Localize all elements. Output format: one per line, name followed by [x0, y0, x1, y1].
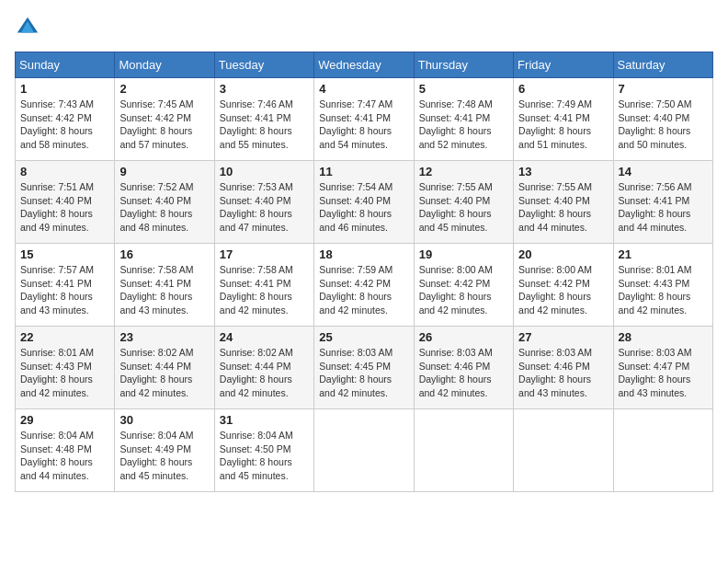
- day-number: 26: [419, 330, 508, 344]
- calendar-header-row: SundayMondayTuesdayWednesdayThursdayFrid…: [16, 52, 713, 78]
- calendar-table: SundayMondayTuesdayWednesdayThursdayFrid…: [15, 52, 713, 492]
- day-info: Sunrise: 8:03 AMSunset: 4:46 PMDaylight:…: [518, 347, 592, 398]
- calendar-day-7: 7 Sunrise: 7:50 AMSunset: 4:40 PMDayligh…: [613, 78, 712, 161]
- day-info: Sunrise: 7:51 AMSunset: 4:40 PMDaylight:…: [20, 181, 94, 233]
- day-info: Sunrise: 8:03 AMSunset: 4:47 PMDaylight:…: [619, 347, 692, 398]
- day-number: 12: [419, 165, 508, 178]
- day-info: Sunrise: 7:53 AMSunset: 4:40 PMDaylight:…: [220, 181, 293, 233]
- day-number: 3: [220, 82, 309, 96]
- day-info: Sunrise: 8:02 AMSunset: 4:44 PMDaylight:…: [220, 347, 293, 398]
- logo: [15, 15, 44, 40]
- calendar-day-28: 28 Sunrise: 8:03 AMSunset: 4:47 PMDaylig…: [613, 327, 712, 409]
- calendar-empty-cell: [314, 409, 414, 492]
- day-info: Sunrise: 8:03 AMSunset: 4:46 PMDaylight:…: [419, 347, 493, 398]
- logo-icon: [15, 15, 40, 40]
- calendar-empty-cell: [514, 409, 613, 492]
- day-info: Sunrise: 7:56 AMSunset: 4:41 PMDaylight:…: [619, 181, 692, 233]
- day-info: Sunrise: 8:04 AMSunset: 4:48 PMDaylight:…: [20, 430, 94, 481]
- day-info: Sunrise: 7:50 AMSunset: 4:40 PMDaylight:…: [619, 98, 692, 150]
- calendar-week-5: 29 Sunrise: 8:04 AMSunset: 4:48 PMDaylig…: [16, 409, 713, 492]
- calendar-day-5: 5 Sunrise: 7:48 AMSunset: 4:41 PMDayligh…: [414, 78, 513, 161]
- calendar-day-16: 16 Sunrise: 7:58 AMSunset: 4:41 PMDaylig…: [115, 244, 214, 327]
- calendar-day-21: 21 Sunrise: 8:01 AMSunset: 4:43 PMDaylig…: [613, 244, 712, 327]
- day-number: 7: [619, 82, 708, 96]
- calendar-header-tuesday: Tuesday: [214, 52, 313, 78]
- calendar-day-11: 11 Sunrise: 7:54 AMSunset: 4:40 PMDaylig…: [314, 161, 414, 244]
- calendar-day-17: 17 Sunrise: 7:58 AMSunset: 4:41 PMDaylig…: [214, 244, 313, 327]
- day-info: Sunrise: 7:47 AMSunset: 4:41 PMDaylight:…: [319, 98, 392, 150]
- calendar-day-18: 18 Sunrise: 7:59 AMSunset: 4:42 PMDaylig…: [314, 244, 414, 327]
- day-number: 13: [518, 165, 608, 178]
- calendar-day-29: 29 Sunrise: 8:04 AMSunset: 4:48 PMDaylig…: [16, 409, 115, 492]
- calendar-header-wednesday: Wednesday: [314, 52, 414, 78]
- day-info: Sunrise: 7:55 AMSunset: 4:40 PMDaylight:…: [518, 181, 592, 233]
- calendar-day-20: 20 Sunrise: 8:00 AMSunset: 4:42 PMDaylig…: [514, 244, 613, 327]
- day-number: 5: [419, 82, 508, 96]
- calendar-day-31: 31 Sunrise: 8:04 AMSunset: 4:50 PMDaylig…: [214, 409, 313, 492]
- calendar-day-27: 27 Sunrise: 8:03 AMSunset: 4:46 PMDaylig…: [514, 327, 613, 409]
- calendar-day-14: 14 Sunrise: 7:56 AMSunset: 4:41 PMDaylig…: [613, 161, 712, 244]
- calendar-day-10: 10 Sunrise: 7:53 AMSunset: 4:40 PMDaylig…: [214, 161, 313, 244]
- calendar-day-9: 9 Sunrise: 7:52 AMSunset: 4:40 PMDayligh…: [115, 161, 214, 244]
- calendar-day-25: 25 Sunrise: 8:03 AMSunset: 4:45 PMDaylig…: [314, 327, 414, 409]
- day-number: 9: [119, 165, 209, 178]
- day-info: Sunrise: 7:57 AMSunset: 4:41 PMDaylight:…: [20, 264, 94, 316]
- day-info: Sunrise: 7:46 AMSunset: 4:41 PMDaylight:…: [220, 98, 293, 150]
- day-info: Sunrise: 8:02 AMSunset: 4:44 PMDaylight:…: [119, 347, 193, 398]
- day-number: 23: [119, 330, 209, 344]
- calendar-header-sunday: Sunday: [16, 52, 115, 78]
- calendar-week-3: 15 Sunrise: 7:57 AMSunset: 4:41 PMDaylig…: [16, 244, 713, 327]
- day-info: Sunrise: 8:01 AMSunset: 4:43 PMDaylight:…: [20, 347, 94, 398]
- calendar-day-2: 2 Sunrise: 7:45 AMSunset: 4:42 PMDayligh…: [115, 78, 214, 161]
- calendar-day-30: 30 Sunrise: 8:04 AMSunset: 4:49 PMDaylig…: [115, 409, 214, 492]
- day-number: 6: [518, 82, 608, 96]
- calendar-header-monday: Monday: [115, 52, 214, 78]
- calendar-header-thursday: Thursday: [414, 52, 513, 78]
- day-info: Sunrise: 7:59 AMSunset: 4:42 PMDaylight:…: [319, 264, 392, 316]
- calendar-header-saturday: Saturday: [613, 52, 712, 78]
- day-number: 14: [619, 165, 708, 178]
- day-info: Sunrise: 7:54 AMSunset: 4:40 PMDaylight:…: [319, 181, 392, 233]
- calendar-day-3: 3 Sunrise: 7:46 AMSunset: 4:41 PMDayligh…: [214, 78, 313, 161]
- day-info: Sunrise: 8:04 AMSunset: 4:49 PMDaylight:…: [119, 430, 193, 481]
- day-number: 27: [518, 330, 608, 344]
- calendar-empty-cell: [414, 409, 513, 492]
- calendar-day-23: 23 Sunrise: 8:02 AMSunset: 4:44 PMDaylig…: [115, 327, 214, 409]
- day-number: 20: [518, 247, 608, 261]
- day-info: Sunrise: 8:03 AMSunset: 4:45 PMDaylight:…: [319, 347, 392, 398]
- calendar-empty-cell: [613, 409, 712, 492]
- day-number: 31: [220, 413, 309, 427]
- page-header: [15, 15, 713, 40]
- day-number: 24: [220, 330, 309, 344]
- calendar-week-2: 8 Sunrise: 7:51 AMSunset: 4:40 PMDayligh…: [16, 161, 713, 244]
- day-number: 21: [619, 247, 708, 261]
- calendar-week-4: 22 Sunrise: 8:01 AMSunset: 4:43 PMDaylig…: [16, 327, 713, 409]
- day-info: Sunrise: 8:04 AMSunset: 4:50 PMDaylight:…: [220, 430, 293, 481]
- calendar-day-12: 12 Sunrise: 7:55 AMSunset: 4:40 PMDaylig…: [414, 161, 513, 244]
- day-info: Sunrise: 8:00 AMSunset: 4:42 PMDaylight:…: [419, 264, 493, 316]
- day-number: 30: [119, 413, 209, 427]
- calendar-week-1: 1 Sunrise: 7:43 AMSunset: 4:42 PMDayligh…: [16, 78, 713, 161]
- calendar-day-15: 15 Sunrise: 7:57 AMSunset: 4:41 PMDaylig…: [16, 244, 115, 327]
- day-number: 2: [119, 82, 209, 96]
- calendar-day-13: 13 Sunrise: 7:55 AMSunset: 4:40 PMDaylig…: [514, 161, 613, 244]
- day-number: 15: [20, 247, 109, 261]
- day-number: 25: [319, 330, 408, 344]
- day-number: 16: [119, 247, 209, 261]
- day-info: Sunrise: 8:01 AMSunset: 4:43 PMDaylight:…: [619, 264, 692, 316]
- day-number: 18: [319, 247, 408, 261]
- calendar-header-friday: Friday: [514, 52, 613, 78]
- day-number: 29: [20, 413, 109, 427]
- calendar-day-19: 19 Sunrise: 8:00 AMSunset: 4:42 PMDaylig…: [414, 244, 513, 327]
- day-number: 28: [619, 330, 708, 344]
- day-info: Sunrise: 7:58 AMSunset: 4:41 PMDaylight:…: [220, 264, 293, 316]
- calendar-day-4: 4 Sunrise: 7:47 AMSunset: 4:41 PMDayligh…: [314, 78, 414, 161]
- day-info: Sunrise: 7:49 AMSunset: 4:41 PMDaylight:…: [518, 98, 592, 150]
- day-info: Sunrise: 7:48 AMSunset: 4:41 PMDaylight:…: [419, 98, 493, 150]
- calendar-day-22: 22 Sunrise: 8:01 AMSunset: 4:43 PMDaylig…: [16, 327, 115, 409]
- day-number: 19: [419, 247, 508, 261]
- day-number: 1: [20, 82, 109, 96]
- calendar-day-8: 8 Sunrise: 7:51 AMSunset: 4:40 PMDayligh…: [16, 161, 115, 244]
- calendar-day-1: 1 Sunrise: 7:43 AMSunset: 4:42 PMDayligh…: [16, 78, 115, 161]
- day-info: Sunrise: 7:52 AMSunset: 4:40 PMDaylight:…: [119, 181, 193, 233]
